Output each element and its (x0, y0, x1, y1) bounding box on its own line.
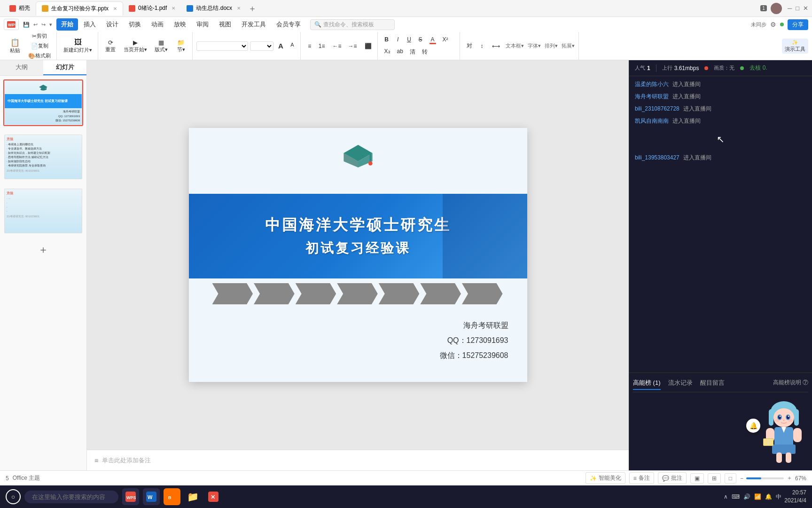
more-icon[interactable]: ▾ (48, 21, 54, 29)
sync-status[interactable]: 未同步 (751, 21, 766, 28)
slide-thumb-2[interactable]: 2 方法 · 考研路上遇到哪些坑 · 专业课选书、教辅选择方法 · 如何化知识点… (3, 134, 83, 180)
menu-review[interactable]: 审阅 (192, 18, 213, 31)
taskbar-bilibili-icon[interactable]: B (164, 488, 180, 505)
menu-animation[interactable]: 动画 (147, 18, 168, 31)
network-icon[interactable]: 📶 (754, 493, 761, 500)
chat-user-2[interactable]: 海舟考研联盟 (635, 92, 669, 101)
slide-thumb-1[interactable]: 1 中国海洋大学硕士研究生 初试复习经验课 海舟考研联盟 QQ: 1273091… (3, 79, 83, 126)
rank-help-button[interactable]: 高能榜说明 ⑦ (773, 379, 808, 390)
chat-user-1[interactable]: 温柔的陈小六 (635, 80, 669, 88)
chat-enter-3[interactable]: 进入直播间 (683, 104, 711, 113)
menu-slideshow[interactable]: 放映 (169, 18, 191, 31)
line-spacing-button[interactable]: ↕ (477, 41, 487, 51)
chat-user-3[interactable]: bili_23108762728 (635, 104, 679, 113)
underline-button[interactable]: U (404, 35, 414, 46)
chat-user-5[interactable]: bili_13953803427 (635, 153, 679, 162)
text-direction-button[interactable]: ⟷ (489, 41, 503, 51)
clear-format-button[interactable]: 清 (407, 47, 418, 57)
superscript-button[interactable]: X² (440, 35, 451, 46)
paste-button[interactable]: 📋 粘贴 (7, 37, 23, 55)
layout-button[interactable]: ▦ 版式▾ (152, 38, 171, 54)
font-size-select[interactable] (250, 41, 273, 51)
marquee-tab[interactable]: 醒目留言 (700, 379, 725, 390)
chat-enter-5[interactable]: 进入直播间 (683, 153, 711, 162)
reading-view-button[interactable]: □ (725, 473, 736, 484)
taskbar-app-icon[interactable]: ✕ (205, 488, 222, 505)
comment-button[interactable]: 💬 批注 (658, 472, 687, 484)
font-family-select[interactable] (196, 41, 248, 51)
normal-view-button[interactable]: ▣ (690, 473, 704, 484)
save-icon[interactable]: 💾 (22, 21, 31, 29)
taskbar-wps2-icon[interactable]: W (143, 488, 160, 505)
wps-logo-button[interactable]: WPS (4, 19, 19, 30)
outline-tab[interactable]: 大纲 (0, 60, 43, 75)
number-list-button[interactable]: 1≡ (316, 41, 328, 51)
format-paint-button[interactable]: 🎨 格式刷 (25, 51, 54, 60)
section-button[interactable]: 📁 节▾ (172, 38, 189, 54)
settings-icon[interactable]: ⚙ (770, 21, 776, 28)
tab-pptx-close[interactable]: ✕ (113, 6, 117, 11)
highlight-button[interactable]: ab (394, 47, 406, 57)
language-icon[interactable]: 中 (776, 493, 781, 501)
high-energy-tab[interactable]: 高能榜 (1) (633, 379, 661, 390)
outdent-button[interactable]: ←≡ (330, 41, 344, 51)
tab-docx-close[interactable]: ✕ (237, 6, 241, 11)
maximize-button[interactable]: □ (796, 5, 799, 12)
grid-view-button[interactable]: ⊞ (708, 473, 721, 484)
redo-icon[interactable]: ↪ (40, 21, 47, 29)
keyboard-icon[interactable]: ⌨ (732, 493, 740, 500)
menu-design[interactable]: 设计 (102, 18, 123, 31)
speaker-icon[interactable]: 🔊 (743, 493, 750, 500)
menu-view[interactable]: 视图 (214, 18, 236, 31)
zoom-in-button[interactable]: ＋ (787, 474, 792, 482)
chat-enter-4[interactable]: 进入直播间 (672, 117, 701, 125)
chat-enter-2[interactable]: 进入直播间 (672, 92, 701, 101)
start-button[interactable]: ○ (6, 489, 21, 504)
tab-daoke[interactable]: 稻壳 (4, 1, 36, 16)
ai-beautify-button[interactable]: ✨ 演示工具 (782, 39, 808, 54)
chat-user-4[interactable]: 凯风自南南南 (635, 117, 669, 125)
tab-pdf[interactable]: 0绪论-1.pdf ✕ (123, 1, 181, 16)
indent-button[interactable]: →≡ (345, 41, 360, 51)
notes-button[interactable]: ≡ 备注 (629, 472, 654, 484)
align-left-button[interactable]: ⬛ (362, 41, 375, 51)
taskbar-search-input[interactable] (24, 491, 118, 503)
reset-slide-button[interactable]: ⟳ 重置 (102, 38, 119, 54)
flow-record-tab[interactable]: 流水记录 (668, 379, 693, 390)
chat-enter-1[interactable]: 进入直播间 (672, 80, 701, 88)
new-tab-button[interactable]: ＋ (248, 3, 257, 14)
bullet-list-button[interactable]: ≡ (304, 41, 315, 51)
clock[interactable]: 20:57 2021/4/4 (784, 489, 806, 505)
slides-tab[interactable]: 幻灯片 (43, 60, 86, 75)
beautify-button[interactable]: ✨ 智能美化 (586, 472, 625, 484)
align-left-btn2[interactable]: 对 (464, 40, 475, 51)
close-button[interactable]: ✕ (803, 5, 808, 12)
taskbar-folder-icon[interactable]: 📁 (184, 488, 201, 505)
increase-font-button[interactable]: A (275, 40, 286, 51)
slide-notes-bar[interactable]: ≡ 单击此处添加备注 (87, 450, 629, 470)
menu-dev[interactable]: 开发工具 (237, 18, 271, 31)
taskbar-wps-icon[interactable]: WPS (122, 488, 139, 505)
menu-transition[interactable]: 切换 (124, 18, 146, 31)
menu-vip[interactable]: 会员专享 (272, 18, 305, 31)
new-slide-button[interactable]: 🖼 新建幻灯片▾ (61, 37, 95, 55)
expand-tray-icon[interactable]: ∧ (724, 493, 728, 500)
share-button[interactable]: 分享 (788, 19, 808, 30)
menu-insert[interactable]: 插入 (79, 18, 101, 31)
zoom-slider[interactable] (746, 477, 784, 479)
notification-icon[interactable]: 🔔 (765, 493, 772, 500)
slide-thumb-3[interactable]: 3 方法 · ··· · · · 23考研研究生: 801025601 (3, 188, 83, 234)
add-slide-button[interactable]: ＋ (0, 238, 86, 262)
transform-button[interactable]: 转 (419, 47, 430, 57)
current-start-button[interactable]: ▶ 当页开始▾ (121, 38, 150, 54)
zoom-out-button[interactable]: − (740, 475, 743, 482)
subscript-button[interactable]: X₂ (382, 47, 393, 57)
bold-button[interactable]: B (382, 35, 392, 46)
tab-pptx[interactable]: 生命复习经验分享.pptx ✕ (36, 1, 123, 16)
copy-button[interactable]: 📄 复制 (25, 41, 54, 50)
slide-canvas[interactable]: 中国海洋大学硕士研究生 初试复习经验课 (189, 128, 527, 382)
undo-icon[interactable]: ↩ (32, 21, 39, 29)
user-avatar[interactable] (771, 3, 782, 14)
tab-docx[interactable]: 动生总结.docx ✕ (181, 1, 246, 16)
tab-pdf-close[interactable]: ✕ (172, 6, 175, 11)
